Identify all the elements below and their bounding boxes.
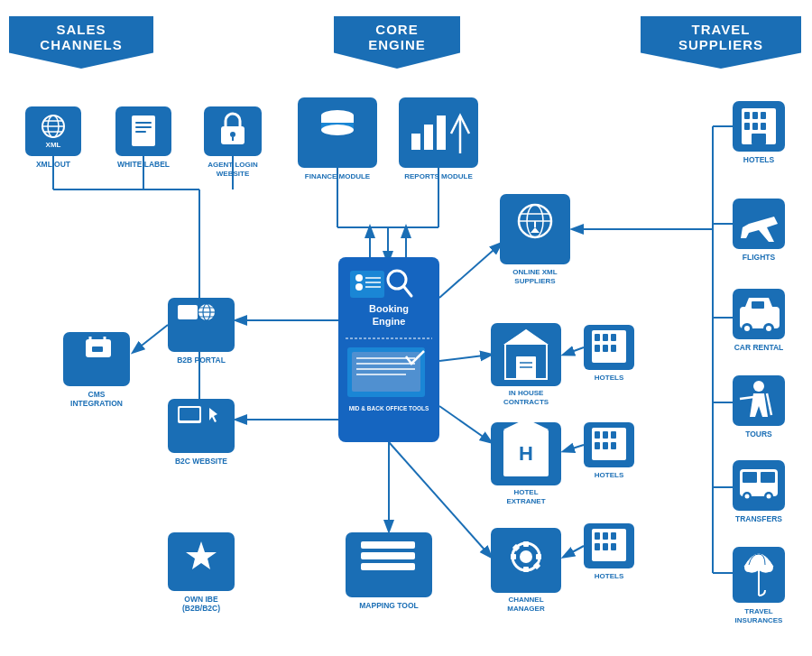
- svg-rect-37: [180, 408, 199, 420]
- svg-rect-93: [361, 541, 415, 549]
- svg-rect-128: [491, 422, 561, 485]
- svg-line-99: [439, 244, 501, 298]
- svg-text:WHITE LABEL: WHITE LABEL: [117, 160, 170, 169]
- svg-rect-137: [603, 431, 608, 439]
- svg-line-196: [740, 397, 753, 399]
- svg-point-195: [753, 381, 764, 392]
- svg-text:WEBSITE: WEBSITE: [217, 170, 250, 178]
- svg-rect-117: [584, 325, 634, 370]
- svg-rect-119: [595, 334, 600, 341]
- svg-point-16: [230, 132, 235, 137]
- svg-text:Engine: Engine: [373, 316, 406, 327]
- svg-rect-176: [744, 112, 750, 119]
- svg-text:EXTRANET: EXTRANET: [506, 497, 545, 505]
- svg-line-126: [564, 347, 584, 355]
- svg-rect-158: [595, 532, 600, 540]
- svg-point-53: [321, 110, 354, 121]
- svg-rect-45: [92, 346, 103, 352]
- svg-rect-199: [733, 460, 785, 511]
- banner-sales: SALES CHANNELS: [9, 16, 153, 69]
- svg-rect-10: [135, 122, 152, 124]
- svg-rect-163: [611, 543, 616, 550]
- svg-point-190: [763, 323, 774, 334]
- svg-rect-27: [168, 298, 235, 352]
- svg-rect-201: [743, 472, 757, 483]
- svg-text:(B2B/B2C): (B2B/B2C): [182, 604, 220, 613]
- svg-text:B2C WEBSITE: B2C WEBSITE: [175, 457, 227, 466]
- svg-text:MID & BACK OFFICE TOOLS: MID & BACK OFFICE TOOLS: [349, 405, 429, 411]
- svg-rect-149: [523, 567, 529, 572]
- svg-rect-82: [347, 347, 425, 397]
- svg-rect-60: [411, 134, 420, 150]
- svg-rect-61: [424, 125, 433, 150]
- svg-rect-70: [338, 257, 439, 442]
- svg-rect-134: [584, 422, 634, 467]
- svg-rect-120: [603, 334, 608, 341]
- svg-point-102: [527, 205, 543, 237]
- svg-rect-140: [603, 442, 608, 449]
- svg-rect-94: [361, 552, 415, 559]
- svg-point-205: [764, 492, 773, 501]
- svg-text:HOTELS: HOTELS: [595, 374, 624, 382]
- svg-line-127: [439, 355, 491, 361]
- svg-text:XML OUT: XML OUT: [36, 160, 71, 169]
- svg-point-204: [745, 494, 750, 499]
- svg-text:CONTRACTS: CONTRACTS: [503, 398, 549, 406]
- svg-rect-41: [63, 332, 130, 386]
- svg-point-203: [743, 492, 752, 501]
- svg-point-189: [744, 326, 750, 331]
- svg-rect-52: [298, 97, 377, 168]
- svg-rect-138: [611, 431, 616, 439]
- svg-point-30: [203, 304, 210, 320]
- svg-rect-14: [204, 106, 262, 156]
- svg-rect-187: [740, 307, 780, 328]
- svg-rect-62: [437, 115, 446, 150]
- svg-text:TOURS: TOURS: [745, 430, 772, 439]
- svg-point-101: [519, 205, 551, 237]
- svg-text:H: H: [519, 442, 533, 465]
- svg-rect-156: [584, 523, 634, 568]
- svg-rect-175: [742, 108, 776, 144]
- svg-text:Booking: Booking: [369, 303, 409, 314]
- svg-point-57: [321, 125, 354, 135]
- svg-rect-181: [761, 123, 766, 130]
- svg-rect-159: [603, 532, 608, 540]
- svg-rect-129: [503, 430, 549, 476]
- svg-rect-150: [511, 554, 516, 559]
- svg-rect-122: [595, 345, 600, 352]
- svg-point-77: [388, 271, 406, 289]
- svg-rect-11: [135, 126, 152, 128]
- svg-rect-141: [611, 442, 616, 449]
- svg-text:REPORTS MODULE: REPORTS MODULE: [404, 172, 473, 180]
- svg-rect-148: [523, 541, 529, 547]
- svg-marker-110: [505, 330, 547, 379]
- svg-text:FINANCE MODULE: FINANCE MODULE: [305, 172, 371, 180]
- svg-marker-131: [503, 419, 549, 430]
- svg-line-165: [564, 546, 584, 557]
- svg-rect-28: [178, 305, 198, 319]
- svg-rect-54: [321, 115, 354, 123]
- svg-text:ONLINE XML: ONLINE XML: [512, 268, 557, 276]
- svg-text:MAPPING TOOL: MAPPING TOOL: [359, 601, 419, 610]
- svg-text:TRANSFERS: TRANSFERS: [735, 514, 782, 523]
- svg-rect-135: [592, 428, 626, 460]
- svg-rect-192: [752, 301, 764, 309]
- svg-text:CAR RENTAL: CAR RENTAL: [734, 343, 784, 352]
- svg-rect-139: [595, 442, 600, 449]
- svg-marker-49: [186, 541, 217, 569]
- svg-text:CHANNEL: CHANNEL: [508, 596, 543, 604]
- svg-rect-71: [350, 271, 384, 298]
- svg-rect-100: [500, 194, 570, 264]
- svg-rect-35: [168, 399, 235, 453]
- svg-line-40: [134, 325, 168, 352]
- svg-rect-194: [733, 375, 785, 426]
- svg-line-78: [404, 287, 411, 296]
- svg-rect-179: [744, 123, 750, 130]
- svg-rect-174: [733, 101, 785, 152]
- diagram: SALES CHANNELS CORE ENGINE TRAVEL SUPPLI…: [0, 0, 812, 656]
- svg-point-188: [742, 323, 752, 334]
- svg-rect-92: [346, 532, 432, 597]
- svg-rect-178: [761, 112, 766, 119]
- svg-rect-9: [132, 115, 155, 146]
- svg-line-166: [389, 442, 491, 557]
